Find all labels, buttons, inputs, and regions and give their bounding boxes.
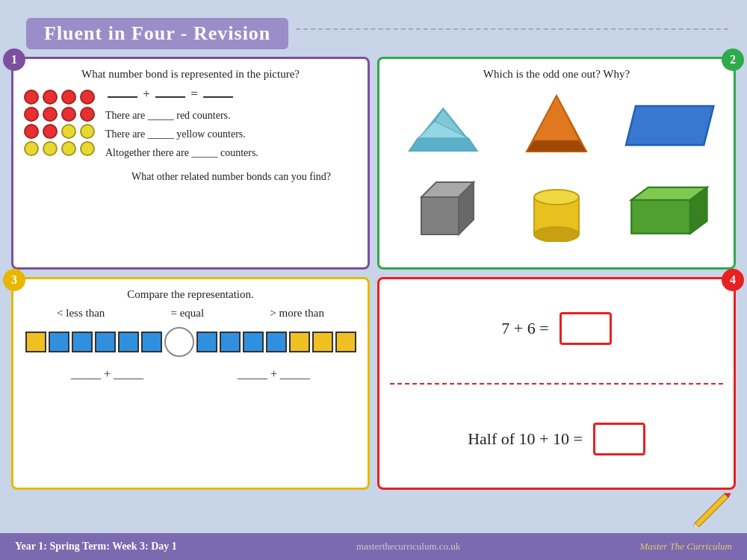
counter-yellow <box>61 141 76 156</box>
q4-equation2: Half of 10 + 10 = <box>468 429 583 449</box>
q1-number: 1 <box>3 49 25 71</box>
footer: Year 1: Spring Term: Week 3: Day 1 maste… <box>0 533 747 560</box>
counters-grid <box>24 90 96 156</box>
parallelogram-svg <box>616 96 723 155</box>
bar-blue <box>266 332 287 352</box>
bar-yellow <box>25 332 46 352</box>
quadrant-2: 2 Which is the odd one out? Why? <box>377 57 736 270</box>
q3-right-eq: _____ + _____ <box>238 367 310 381</box>
q4-number: 4 <box>722 269 744 291</box>
svg-point-15 <box>534 227 579 242</box>
bar-blue <box>118 332 139 352</box>
q2-title: Which is the odd one out? Why? <box>390 68 723 81</box>
counter-red <box>24 124 39 139</box>
shapes-grid <box>390 87 723 247</box>
less-than-label: < less than <box>57 307 105 320</box>
q2-number: 2 <box>722 49 744 71</box>
q1-right: + = There are _____ red counters. There … <box>105 87 357 186</box>
counter-red <box>80 107 95 122</box>
shape-pyramid <box>503 87 610 164</box>
q1-text-lines: There are _____ red counters. There are … <box>105 106 357 186</box>
counter-red <box>24 107 39 122</box>
svg-marker-9 <box>626 106 713 145</box>
blank-2 <box>155 96 185 98</box>
footer-left: Year 1: Spring Term: Week 3: Day 1 <box>15 541 177 553</box>
q4-divider <box>390 383 723 385</box>
counter-yellow <box>61 124 76 139</box>
q4-inner: 7 + 6 = Half of 10 + 10 = <box>390 288 723 479</box>
q1-line3: Altogether there are _____ counters. <box>105 143 357 162</box>
q1-line4: What other related number bonds can you … <box>105 167 357 186</box>
counter-yellow <box>80 124 95 139</box>
bars-row <box>24 327 357 357</box>
svg-marker-1 <box>410 138 477 151</box>
shape-cube <box>390 170 497 248</box>
pencil-decoration <box>687 490 732 530</box>
bar-yellow <box>289 332 310 352</box>
comparison-labels: < less than = equal > more than <box>24 307 357 320</box>
pyramid-svg <box>519 92 594 159</box>
quadrant-4: 4 7 + 6 = Half of 10 + 10 = <box>377 277 736 490</box>
prism-svg <box>401 92 486 159</box>
bar-yellow <box>335 332 356 352</box>
counter-red <box>43 107 58 122</box>
pencil-icon <box>687 490 732 527</box>
shape-cylinder <box>503 170 610 248</box>
blank-3 <box>203 96 233 98</box>
shape-prism <box>390 87 497 164</box>
shape-cuboid <box>616 170 723 248</box>
counter-red <box>80 90 95 105</box>
comparison-circle <box>164 327 194 357</box>
counters-container <box>24 87 96 156</box>
q4-answer-box-1 <box>560 312 612 345</box>
bar-blue <box>72 332 93 352</box>
blank-1 <box>108 96 137 98</box>
q1-title: What number bond is represented in the p… <box>24 68 357 81</box>
cuboid-svg <box>623 175 716 242</box>
counter-red <box>43 90 58 105</box>
cube-svg <box>410 175 477 242</box>
quadrant-1: 1 What number bond is represented in the… <box>11 57 370 270</box>
q4-equation1: 7 + 6 = <box>501 319 548 338</box>
counter-red <box>24 90 39 105</box>
counter-yellow <box>43 141 58 156</box>
q1-line1: There are _____ red counters. <box>105 106 357 125</box>
q3-left-eq: _____ + _____ <box>71 367 143 381</box>
shape-parallelogram <box>616 87 723 164</box>
q3-bottom-equations: _____ + _____ _____ + _____ <box>24 367 357 381</box>
footer-right: Master The Curriculum <box>640 541 733 553</box>
q3-title: Compare the representation. <box>24 288 357 301</box>
counter-red <box>43 124 58 139</box>
bar-blue <box>220 332 241 352</box>
q3-number: 3 <box>3 269 25 291</box>
q1-equation: + = <box>105 87 357 102</box>
bar-blue <box>49 332 69 352</box>
q1-line2: There are _____ yellow counters. <box>105 125 357 143</box>
right-bars <box>196 332 356 352</box>
counter-red <box>61 90 76 105</box>
bar-blue <box>243 332 264 352</box>
footer-center: masterthecurriculum.co.uk <box>177 541 640 553</box>
page-title: Fluent in Four - Revision <box>44 22 270 45</box>
quadrants-grid: 1 What number bond is represented in the… <box>0 57 747 490</box>
counter-yellow <box>24 141 39 156</box>
q4-bottom: Half of 10 + 10 = <box>390 423 723 461</box>
q4-answer-box-2 <box>593 423 645 455</box>
bar-blue <box>196 332 217 352</box>
left-bars <box>25 332 162 352</box>
more-than-label: > more than <box>270 307 324 320</box>
cylinder-svg <box>527 175 586 242</box>
svg-marker-19 <box>695 494 728 527</box>
bar-yellow <box>312 332 333 352</box>
q4-top: 7 + 6 = <box>390 306 723 345</box>
title-bar: Fluent in Four - Revision <box>26 18 288 49</box>
counter-red <box>61 107 76 122</box>
quadrant-3: 3 Compare the representation. < less tha… <box>11 277 370 490</box>
svg-point-14 <box>534 190 579 205</box>
bar-blue <box>141 332 162 352</box>
svg-rect-16 <box>632 200 691 234</box>
svg-rect-10 <box>421 197 459 234</box>
title-divider <box>296 28 728 30</box>
equal-label: = equal <box>170 307 204 320</box>
svg-marker-8 <box>527 140 586 152</box>
